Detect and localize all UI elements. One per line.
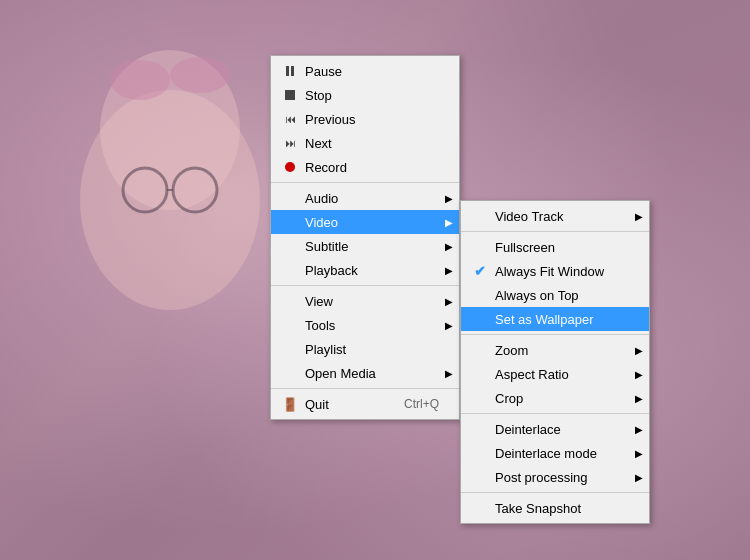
video-track-label: Video Track <box>495 209 629 224</box>
sub-separator-1 <box>461 231 649 232</box>
audio-arrow: ▶ <box>445 193 453 204</box>
post-processing-label: Post processing <box>495 470 629 485</box>
video-arrow: ▶ <box>445 217 453 228</box>
pause-icon <box>279 66 301 76</box>
previous-label: Previous <box>305 112 439 127</box>
submenu-item-always-fit[interactable]: ✔ Always Fit Window <box>461 259 649 283</box>
menu-item-open-media[interactable]: Open Media ▶ <box>271 361 459 385</box>
submenu-item-post-processing[interactable]: Post processing ▶ <box>461 465 649 489</box>
menu-item-stop[interactable]: Stop <box>271 83 459 107</box>
crop-label: Crop <box>495 391 629 406</box>
zoom-label: Zoom <box>495 343 629 358</box>
fullscreen-label: Fullscreen <box>495 240 629 255</box>
submenu-item-fullscreen[interactable]: Fullscreen <box>461 235 649 259</box>
view-arrow: ▶ <box>445 296 453 307</box>
stop-icon <box>279 90 301 100</box>
primary-context-menu: Pause Stop ⏮ Previous ⏭ Next Record Audi… <box>270 55 460 420</box>
aspect-ratio-arrow: ▶ <box>635 369 643 380</box>
crop-arrow: ▶ <box>635 393 643 404</box>
menu-item-playback[interactable]: Playback ▶ <box>271 258 459 282</box>
menu-item-video[interactable]: Video ▶ <box>271 210 459 234</box>
video-label: Video <box>305 215 439 230</box>
tools-label: Tools <box>305 318 439 333</box>
subtitle-label: Subtitle <box>305 239 439 254</box>
stop-label: Stop <box>305 88 439 103</box>
always-on-top-label: Always on Top <box>495 288 629 303</box>
open-media-label: Open Media <box>305 366 439 381</box>
menu-item-next[interactable]: ⏭ Next <box>271 131 459 155</box>
playback-arrow: ▶ <box>445 265 453 276</box>
deinterlace-label: Deinterlace <box>495 422 629 437</box>
sub-separator-2 <box>461 334 649 335</box>
submenu-item-aspect-ratio[interactable]: Aspect Ratio ▶ <box>461 362 649 386</box>
submenu-item-set-as-wallpaper[interactable]: Set as Wallpaper <box>461 307 649 331</box>
separator-3 <box>271 388 459 389</box>
zoom-arrow: ▶ <box>635 345 643 356</box>
previous-icon: ⏮ <box>279 113 301 125</box>
quit-icon: 🚪 <box>279 397 301 412</box>
deinterlace-arrow: ▶ <box>635 424 643 435</box>
menu-item-tools[interactable]: Tools ▶ <box>271 313 459 337</box>
menu-item-subtitle[interactable]: Subtitle ▶ <box>271 234 459 258</box>
playback-label: Playback <box>305 263 439 278</box>
aspect-ratio-label: Aspect Ratio <box>495 367 629 382</box>
video-submenu: Video Track ▶ Fullscreen ✔ Always Fit Wi… <box>460 200 650 524</box>
record-label: Record <box>305 160 439 175</box>
submenu-item-always-on-top[interactable]: Always on Top <box>461 283 649 307</box>
open-media-arrow: ▶ <box>445 368 453 379</box>
video-track-arrow: ▶ <box>635 211 643 222</box>
deinterlace-mode-label: Deinterlace mode <box>495 446 629 461</box>
submenu-item-zoom[interactable]: Zoom ▶ <box>461 338 649 362</box>
submenu-item-deinterlace-mode[interactable]: Deinterlace mode ▶ <box>461 441 649 465</box>
submenu-item-deinterlace[interactable]: Deinterlace ▶ <box>461 417 649 441</box>
tools-arrow: ▶ <box>445 320 453 331</box>
menu-item-view[interactable]: View ▶ <box>271 289 459 313</box>
submenu-item-crop[interactable]: Crop ▶ <box>461 386 649 410</box>
quit-label: Quit <box>305 397 384 412</box>
take-snapshot-label: Take Snapshot <box>495 501 629 516</box>
separator-1 <box>271 182 459 183</box>
sub-separator-4 <box>461 492 649 493</box>
menu-item-record[interactable]: Record <box>271 155 459 179</box>
quit-shortcut: Ctrl+Q <box>404 397 439 411</box>
always-fit-label: Always Fit Window <box>495 264 629 279</box>
sub-separator-3 <box>461 413 649 414</box>
menu-item-audio[interactable]: Audio ▶ <box>271 186 459 210</box>
menu-item-quit[interactable]: 🚪 Quit Ctrl+Q <box>271 392 459 416</box>
set-as-wallpaper-label: Set as Wallpaper <box>495 312 629 327</box>
audio-label: Audio <box>305 191 439 206</box>
pause-label: Pause <box>305 64 439 79</box>
view-label: View <box>305 294 439 309</box>
record-icon <box>279 162 301 172</box>
subtitle-arrow: ▶ <box>445 241 453 252</box>
deinterlace-mode-arrow: ▶ <box>635 448 643 459</box>
next-icon: ⏭ <box>279 137 301 149</box>
menu-item-previous[interactable]: ⏮ Previous <box>271 107 459 131</box>
menu-item-playlist[interactable]: Playlist <box>271 337 459 361</box>
next-label: Next <box>305 136 439 151</box>
post-processing-arrow: ▶ <box>635 472 643 483</box>
submenu-item-take-snapshot[interactable]: Take Snapshot <box>461 496 649 520</box>
separator-2 <box>271 285 459 286</box>
playlist-label: Playlist <box>305 342 439 357</box>
menu-item-pause[interactable]: Pause <box>271 59 459 83</box>
submenu-item-video-track[interactable]: Video Track ▶ <box>461 204 649 228</box>
always-fit-check: ✔ <box>469 263 491 279</box>
